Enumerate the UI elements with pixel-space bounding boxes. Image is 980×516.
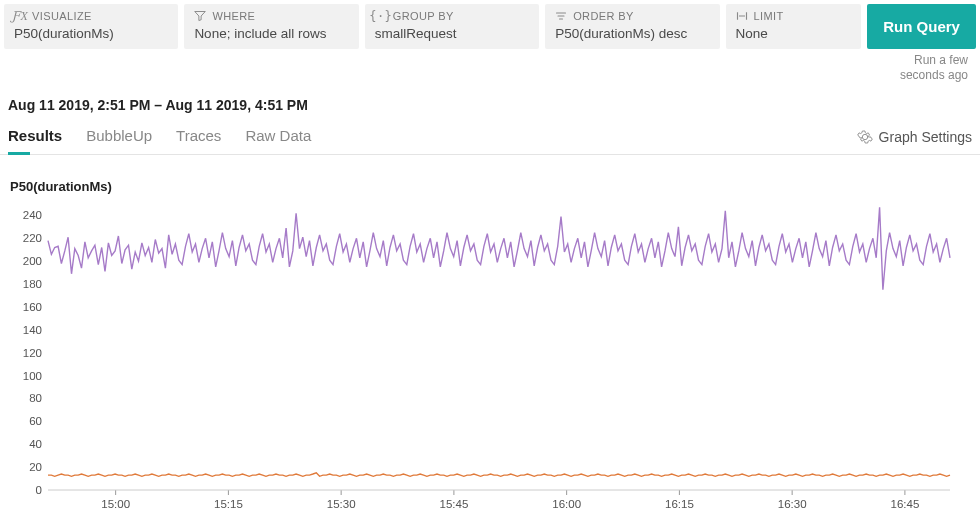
graph-settings-label: Graph Settings: [879, 129, 972, 145]
svg-text:240: 240: [23, 209, 42, 221]
svg-text:40: 40: [29, 438, 42, 450]
svg-text:15:30: 15:30: [327, 498, 356, 510]
chart-svg[interactable]: 02040608010012014016018020022024015:0015…: [8, 200, 962, 516]
svg-text:16:00: 16:00: [552, 498, 581, 510]
filter-icon: [194, 10, 206, 22]
svg-text:20: 20: [29, 461, 42, 473]
run-query-button[interactable]: Run Query: [867, 4, 976, 49]
panel-visualize[interactable]: ƒx VISUALIZE P50(durationMs): [4, 4, 178, 49]
svg-text:200: 200: [23, 255, 42, 267]
svg-text:16:30: 16:30: [778, 498, 807, 510]
run-ago-text: Run a few seconds ago: [878, 53, 968, 83]
svg-text:160: 160: [23, 301, 42, 313]
panel-orderby-value: P50(durationMs) desc: [555, 26, 709, 41]
svg-text:100: 100: [23, 370, 42, 382]
panel-where[interactable]: WHERE None; include all rows: [184, 4, 358, 49]
sort-icon: [555, 10, 567, 22]
svg-text:120: 120: [23, 347, 42, 359]
svg-text:15:15: 15:15: [214, 498, 243, 510]
panel-orderby[interactable]: ORDER BY P50(durationMs) desc: [545, 4, 719, 49]
panel-limit-value: None: [736, 26, 852, 41]
panel-limit-label: LIMIT: [754, 10, 784, 22]
panel-visualize-value: P50(durationMs): [14, 26, 168, 41]
fx-icon: ƒx: [14, 10, 26, 22]
tab-results[interactable]: Results: [8, 119, 62, 154]
svg-text:16:45: 16:45: [891, 498, 920, 510]
panel-orderby-label: ORDER BY: [573, 10, 634, 22]
chart-area: P50(durationMs) 020406080100120140160180…: [0, 155, 980, 516]
braces-icon: {·}: [375, 10, 387, 22]
svg-text:0: 0: [36, 484, 42, 496]
svg-text:15:00: 15:00: [101, 498, 130, 510]
panel-groupby[interactable]: {·} GROUP BY smallRequest: [365, 4, 539, 49]
tab-traces[interactable]: Traces: [176, 119, 221, 154]
svg-text:80: 80: [29, 392, 42, 404]
panel-groupby-value: smallRequest: [375, 26, 529, 41]
chart-title: P50(durationMs): [10, 179, 962, 194]
svg-text:140: 140: [23, 324, 42, 336]
tabs-row: Results BubbleUp Traces Raw Data Graph S…: [0, 119, 980, 155]
panel-where-value: None; include all rows: [194, 26, 348, 41]
run-meta-row: Run a few seconds ago: [0, 49, 980, 83]
svg-text:220: 220: [23, 232, 42, 244]
svg-text:15:45: 15:45: [440, 498, 469, 510]
gear-icon: [857, 129, 873, 145]
query-bar: ƒx VISUALIZE P50(durationMs) WHERE None;…: [0, 0, 980, 49]
tab-bubbleup[interactable]: BubbleUp: [86, 119, 152, 154]
svg-text:60: 60: [29, 415, 42, 427]
panel-visualize-label: VISUALIZE: [32, 10, 92, 22]
panel-limit[interactable]: LIMIT None: [726, 4, 862, 49]
svg-text:180: 180: [23, 278, 42, 290]
panel-groupby-label: GROUP BY: [393, 10, 454, 22]
width-icon: [736, 10, 748, 22]
tab-rawdata[interactable]: Raw Data: [245, 119, 311, 154]
svg-text:16:15: 16:15: [665, 498, 694, 510]
panel-where-label: WHERE: [212, 10, 255, 22]
time-range: Aug 11 2019, 2:51 PM – Aug 11 2019, 4:51…: [0, 83, 980, 119]
graph-settings-button[interactable]: Graph Settings: [857, 129, 972, 145]
